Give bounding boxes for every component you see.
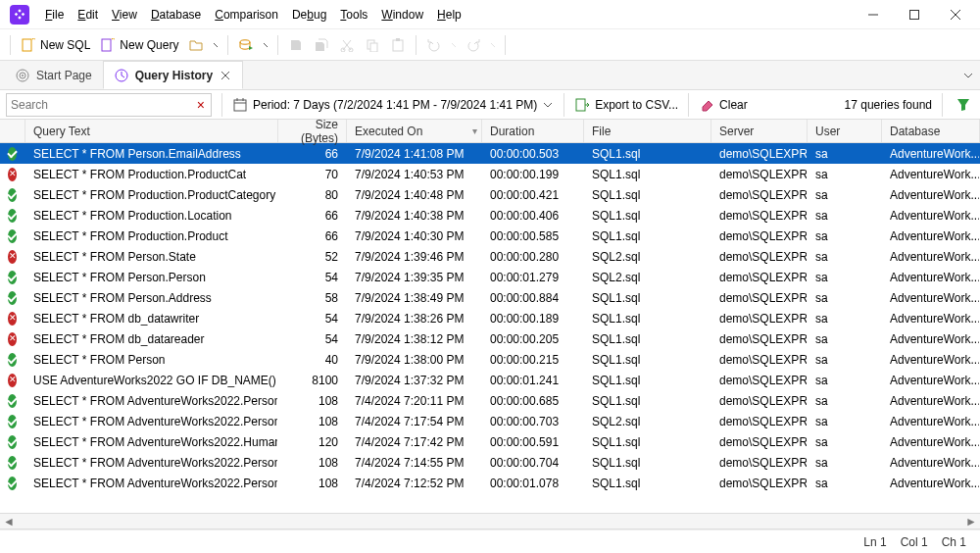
col-size[interactable]: Size (Bytes) (278, 120, 347, 142)
table-row[interactable]: SELECT * FROM AdventureWorks2022.Person.… (0, 390, 980, 411)
success-icon (8, 291, 17, 305)
save-all-icon (314, 37, 329, 53)
table-row[interactable]: SELECT * FROM Person.State527/9/2024 1:3… (0, 246, 980, 267)
table-row[interactable]: SELECT * FROM Person.Person547/9/2024 1:… (0, 267, 980, 287)
cell-executed: 7/9/2024 1:41:08 PM (347, 143, 482, 164)
table-row[interactable]: SELECT * FROM Production.Product667/9/20… (0, 226, 980, 246)
col-server[interactable]: Server (711, 120, 808, 142)
separator (277, 35, 278, 55)
close-button[interactable] (935, 1, 976, 28)
tab-overflow-button[interactable] (956, 61, 980, 89)
cell-database: AdventureWork... (882, 349, 980, 370)
export-csv-button[interactable]: Export to CSV... (568, 93, 684, 117)
status-col: Col 1 (901, 535, 928, 549)
error-icon (8, 168, 17, 181)
table-row[interactable]: SELECT * FROM db_datawriter547/9/2024 1:… (0, 308, 980, 328)
menu-help[interactable]: Help (431, 4, 467, 25)
error-icon (8, 312, 17, 326)
filter-bar: × Period: 7 Days (7/2/2024 1:41 PM - 7/9… (0, 90, 980, 120)
table-row[interactable]: SELECT * FROM Person.Address587/9/2024 1… (0, 287, 980, 308)
col-duration[interactable]: Duration (482, 120, 584, 142)
cell-file: SQL1.sql (584, 143, 711, 164)
col-database[interactable]: Database (882, 120, 980, 142)
new-query-button[interactable]: * New Query (96, 33, 182, 57)
new-sql-button[interactable]: * New SQL (17, 33, 94, 57)
col-status[interactable] (0, 120, 25, 142)
scroll-right-icon[interactable]: ► (964, 516, 978, 528)
clear-button[interactable]: Clear (693, 93, 754, 117)
table-row[interactable]: USE AdventureWorks2022 GO IF DB_NAME() <… (0, 370, 980, 390)
tab-query-history[interactable]: Query History (103, 61, 243, 89)
table-row[interactable]: SELECT * FROM AdventureWorks2022.Person.… (0, 473, 980, 493)
clear-search-button[interactable]: × (195, 97, 207, 113)
menu-edit[interactable]: Edit (72, 4, 104, 25)
grid-body[interactable]: SELECT * FROM Person.EmailAddress667/9/2… (0, 143, 980, 513)
horizontal-scrollbar[interactable]: ◄ ► (0, 514, 980, 529)
menu-view[interactable]: View (106, 4, 143, 25)
table-row[interactable]: SELECT * FROM db_datareader547/9/2024 1:… (0, 328, 980, 349)
cell-user: sa (808, 287, 882, 308)
col-executed[interactable]: Executed On▾ (347, 120, 482, 142)
svg-rect-13 (393, 40, 403, 51)
cell-file: SQL1.sql (584, 390, 711, 411)
open-button[interactable] (184, 33, 208, 57)
tab-close-button[interactable] (219, 69, 232, 82)
new-query-icon: * (100, 37, 116, 53)
grid-header: Query Text Size (Bytes) Executed On▾ Dur… (0, 120, 980, 143)
search-input[interactable] (11, 98, 195, 112)
execute-dropdown[interactable] (260, 33, 271, 57)
maximize-button[interactable] (894, 1, 935, 28)
filter-funnel-button[interactable] (953, 94, 974, 116)
cell-size: 52 (278, 246, 347, 267)
table-row[interactable]: SELECT * FROM AdventureWorks2022.Person.… (0, 452, 980, 473)
cell-query: SELECT * FROM db_datawriter (25, 308, 278, 328)
cell-database: AdventureWork... (882, 164, 980, 184)
period-picker[interactable]: Period: 7 Days (7/2/2024 1:41 PM - 7/9/2… (226, 93, 560, 117)
calendar-icon (232, 97, 248, 113)
col-query[interactable]: Query Text (25, 120, 278, 142)
copy-icon (365, 37, 380, 53)
svg-point-17 (22, 75, 24, 76)
table-row[interactable]: SELECT * FROM AdventureWorks2022.HumanRe… (0, 431, 980, 452)
table-row[interactable]: SELECT * FROM Production.Location667/9/2… (0, 205, 980, 226)
menu-database[interactable]: Database (145, 4, 207, 25)
cell-file: SQL2.sql (584, 246, 711, 267)
tab-start-page[interactable]: Start Page (4, 61, 103, 89)
cell-query: SELECT * FROM Production.Product (25, 226, 278, 246)
menu-comparison[interactable]: Comparison (209, 4, 284, 25)
scroll-left-icon[interactable]: ◄ (2, 516, 16, 528)
cell-user: sa (808, 431, 882, 452)
menu-debug[interactable]: Debug (286, 4, 332, 25)
open-dropdown[interactable] (210, 33, 221, 57)
table-row[interactable]: SELECT * FROM AdventureWorks2022.Person.… (0, 411, 980, 431)
cell-user: sa (808, 328, 882, 349)
cell-user: sa (808, 184, 882, 205)
cell-duration: 00:00:00.280 (482, 246, 584, 267)
table-row[interactable]: SELECT * FROM Production.ProductCategory… (0, 184, 980, 205)
execute-button[interactable] (234, 33, 258, 57)
cell-duration: 00:00:00.685 (482, 390, 584, 411)
cell-database: AdventureWork... (882, 246, 980, 267)
svg-rect-12 (370, 43, 377, 52)
cell-query: SELECT * FROM Person.State (25, 246, 278, 267)
table-row[interactable]: SELECT * FROM Production.ProductCat707/9… (0, 164, 980, 184)
minimize-button[interactable] (853, 1, 894, 28)
success-icon (8, 271, 17, 284)
cell-database: AdventureWork... (882, 143, 980, 164)
menu-window[interactable]: Window (375, 4, 429, 25)
table-row[interactable]: SELECT * FROM Person407/9/2024 1:38:00 P… (0, 349, 980, 370)
cell-size: 54 (278, 328, 347, 349)
error-icon (8, 332, 17, 346)
cut-button (335, 33, 359, 57)
cell-size: 66 (278, 205, 347, 226)
col-file[interactable]: File (584, 120, 711, 142)
cell-database: AdventureWork... (882, 287, 980, 308)
col-user[interactable]: User (808, 120, 882, 142)
table-row[interactable]: SELECT * FROM Person.EmailAddress667/9/2… (0, 143, 980, 164)
menu-file[interactable]: File (39, 4, 70, 25)
cell-executed: 7/4/2024 7:17:42 PM (347, 431, 482, 452)
success-icon (8, 435, 17, 449)
menu-tools[interactable]: Tools (334, 4, 373, 25)
cell-database: AdventureWork... (882, 411, 980, 431)
query-history-grid: Query Text Size (Bytes) Executed On▾ Dur… (0, 120, 980, 514)
